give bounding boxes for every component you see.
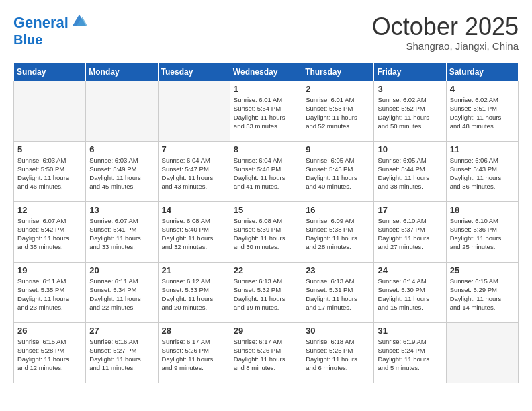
weekday-sunday: Sunday	[14, 62, 86, 81]
calendar-cell: 11Sunrise: 6:06 AM Sunset: 5:43 PM Dayli…	[446, 141, 518, 201]
calendar-cell: 18Sunrise: 6:10 AM Sunset: 5:36 PM Dayli…	[446, 201, 518, 262]
day-info: Sunrise: 6:14 AM Sunset: 5:30 PM Dayligh…	[378, 277, 442, 312]
calendar-cell: 13Sunrise: 6:07 AM Sunset: 5:41 PM Dayli…	[86, 201, 158, 262]
day-info: Sunrise: 6:17 AM Sunset: 5:26 PM Dayligh…	[234, 337, 298, 373]
calendar-week-4: 19Sunrise: 6:11 AM Sunset: 5:35 PM Dayli…	[14, 262, 519, 322]
day-info: Sunrise: 6:15 AM Sunset: 5:28 PM Dayligh…	[17, 337, 82, 373]
day-info: Sunrise: 6:19 AM Sunset: 5:24 PM Dayligh…	[378, 337, 442, 373]
day-number: 25	[450, 265, 515, 275]
day-info: Sunrise: 6:13 AM Sunset: 5:31 PM Dayligh…	[306, 277, 370, 312]
calendar-cell: 20Sunrise: 6:11 AM Sunset: 5:34 PM Dayli…	[86, 262, 158, 322]
day-number: 28	[162, 326, 226, 336]
title-block: October 2025 Shangrao, Jiangxi, China	[372, 13, 519, 52]
logo: General Blue	[13, 13, 89, 47]
day-info: Sunrise: 6:15 AM Sunset: 5:29 PM Dayligh…	[450, 277, 515, 312]
calendar-cell: 12Sunrise: 6:07 AM Sunset: 5:42 PM Dayli…	[14, 201, 86, 262]
day-number: 20	[89, 265, 154, 275]
calendar-cell: 31Sunrise: 6:19 AM Sunset: 5:24 PM Dayli…	[374, 322, 446, 383]
day-number: 24	[378, 265, 442, 275]
day-info: Sunrise: 6:07 AM Sunset: 5:42 PM Dayligh…	[17, 216, 82, 252]
day-number: 9	[306, 144, 370, 154]
day-info: Sunrise: 6:01 AM Sunset: 5:53 PM Dayligh…	[306, 95, 370, 131]
calendar-cell: 7Sunrise: 6:04 AM Sunset: 5:47 PM Daylig…	[158, 141, 230, 201]
calendar-cell: 15Sunrise: 6:08 AM Sunset: 5:39 PM Dayli…	[230, 201, 302, 262]
day-number: 3	[378, 84, 442, 94]
day-number: 23	[306, 265, 370, 275]
day-info: Sunrise: 6:17 AM Sunset: 5:26 PM Dayligh…	[162, 337, 226, 373]
calendar-cell: 21Sunrise: 6:12 AM Sunset: 5:33 PM Dayli…	[158, 262, 230, 322]
weekday-tuesday: Tuesday	[158, 62, 230, 81]
weekday-saturday: Saturday	[446, 62, 518, 81]
calendar-body: 1Sunrise: 6:01 AM Sunset: 5:54 PM Daylig…	[14, 81, 519, 383]
calendar-cell: 26Sunrise: 6:15 AM Sunset: 5:28 PM Dayli…	[14, 322, 86, 383]
calendar-cell: 19Sunrise: 6:11 AM Sunset: 5:35 PM Dayli…	[14, 262, 86, 322]
day-number: 17	[378, 205, 442, 215]
calendar-cell: 23Sunrise: 6:13 AM Sunset: 5:31 PM Dayli…	[302, 262, 374, 322]
logo-blue: Blue	[13, 32, 89, 47]
day-info: Sunrise: 6:06 AM Sunset: 5:43 PM Dayligh…	[450, 156, 515, 191]
calendar-cell: 5Sunrise: 6:03 AM Sunset: 5:50 PM Daylig…	[14, 141, 86, 201]
calendar-cell	[86, 81, 158, 141]
calendar-table: SundayMondayTuesdayWednesdayThursdayFrid…	[13, 62, 519, 383]
day-info: Sunrise: 6:03 AM Sunset: 5:50 PM Dayligh…	[17, 156, 82, 191]
calendar-cell	[158, 81, 230, 141]
calendar-week-2: 5Sunrise: 6:03 AM Sunset: 5:50 PM Daylig…	[14, 141, 519, 201]
calendar-cell: 28Sunrise: 6:17 AM Sunset: 5:26 PM Dayli…	[158, 322, 230, 383]
calendar-week-3: 12Sunrise: 6:07 AM Sunset: 5:42 PM Dayli…	[14, 201, 519, 262]
day-number: 4	[450, 84, 515, 94]
day-info: Sunrise: 6:07 AM Sunset: 5:41 PM Dayligh…	[89, 216, 154, 252]
day-info: Sunrise: 6:08 AM Sunset: 5:39 PM Dayligh…	[234, 216, 298, 252]
day-info: Sunrise: 6:03 AM Sunset: 5:49 PM Dayligh…	[89, 156, 154, 191]
day-number: 15	[234, 205, 298, 215]
location-subtitle: Shangrao, Jiangxi, China	[372, 40, 519, 52]
day-number: 12	[17, 205, 82, 215]
day-info: Sunrise: 6:16 AM Sunset: 5:27 PM Dayligh…	[89, 337, 154, 373]
calendar-cell: 3Sunrise: 6:02 AM Sunset: 5:52 PM Daylig…	[374, 81, 446, 141]
day-number: 11	[450, 144, 515, 154]
day-number: 6	[89, 144, 154, 154]
day-number: 13	[89, 205, 154, 215]
calendar-cell: 10Sunrise: 6:05 AM Sunset: 5:44 PM Dayli…	[374, 141, 446, 201]
calendar-cell	[14, 81, 86, 141]
weekday-friday: Friday	[374, 62, 446, 81]
day-number: 18	[450, 205, 515, 215]
calendar-week-1: 1Sunrise: 6:01 AM Sunset: 5:54 PM Daylig…	[14, 81, 519, 141]
calendar-cell: 29Sunrise: 6:17 AM Sunset: 5:26 PM Dayli…	[230, 322, 302, 383]
day-number: 31	[378, 326, 442, 336]
weekday-wednesday: Wednesday	[230, 62, 302, 81]
calendar-cell: 14Sunrise: 6:08 AM Sunset: 5:40 PM Dayli…	[158, 201, 230, 262]
day-info: Sunrise: 6:11 AM Sunset: 5:34 PM Dayligh…	[89, 277, 154, 312]
day-number: 16	[306, 205, 370, 215]
day-number: 1	[234, 84, 298, 94]
day-info: Sunrise: 6:12 AM Sunset: 5:33 PM Dayligh…	[162, 277, 226, 312]
day-number: 30	[306, 326, 370, 336]
day-info: Sunrise: 6:10 AM Sunset: 5:36 PM Dayligh…	[450, 216, 515, 252]
calendar-cell: 30Sunrise: 6:18 AM Sunset: 5:25 PM Dayli…	[302, 322, 374, 383]
day-info: Sunrise: 6:11 AM Sunset: 5:35 PM Dayligh…	[17, 277, 82, 312]
calendar-cell: 4Sunrise: 6:02 AM Sunset: 5:51 PM Daylig…	[446, 81, 518, 141]
day-number: 14	[162, 205, 226, 215]
day-info: Sunrise: 6:04 AM Sunset: 5:47 PM Dayligh…	[162, 156, 226, 191]
day-number: 26	[17, 326, 82, 336]
calendar-cell: 8Sunrise: 6:04 AM Sunset: 5:46 PM Daylig…	[230, 141, 302, 201]
calendar-cell: 9Sunrise: 6:05 AM Sunset: 5:45 PM Daylig…	[302, 141, 374, 201]
logo-name: General	[13, 15, 69, 31]
day-info: Sunrise: 6:18 AM Sunset: 5:25 PM Dayligh…	[306, 337, 370, 373]
day-number: 8	[234, 144, 298, 154]
day-number: 19	[17, 265, 82, 275]
calendar-cell: 17Sunrise: 6:10 AM Sunset: 5:37 PM Dayli…	[374, 201, 446, 262]
day-info: Sunrise: 6:13 AM Sunset: 5:32 PM Dayligh…	[234, 277, 298, 312]
day-info: Sunrise: 6:09 AM Sunset: 5:38 PM Dayligh…	[306, 216, 370, 252]
calendar-cell: 16Sunrise: 6:09 AM Sunset: 5:38 PM Dayli…	[302, 201, 374, 262]
weekday-thursday: Thursday	[302, 62, 374, 81]
day-number: 5	[17, 144, 82, 154]
day-info: Sunrise: 6:05 AM Sunset: 5:45 PM Dayligh…	[306, 156, 370, 191]
weekday-header-row: SundayMondayTuesdayWednesdayThursdayFrid…	[14, 62, 519, 81]
weekday-monday: Monday	[86, 62, 158, 81]
calendar-week-5: 26Sunrise: 6:15 AM Sunset: 5:28 PM Dayli…	[14, 322, 519, 383]
calendar-cell: 25Sunrise: 6:15 AM Sunset: 5:29 PM Dayli…	[446, 262, 518, 322]
calendar-cell: 6Sunrise: 6:03 AM Sunset: 5:49 PM Daylig…	[86, 141, 158, 201]
day-info: Sunrise: 6:02 AM Sunset: 5:51 PM Dayligh…	[450, 95, 515, 131]
day-info: Sunrise: 6:10 AM Sunset: 5:37 PM Dayligh…	[378, 216, 442, 252]
day-number: 21	[162, 265, 226, 275]
